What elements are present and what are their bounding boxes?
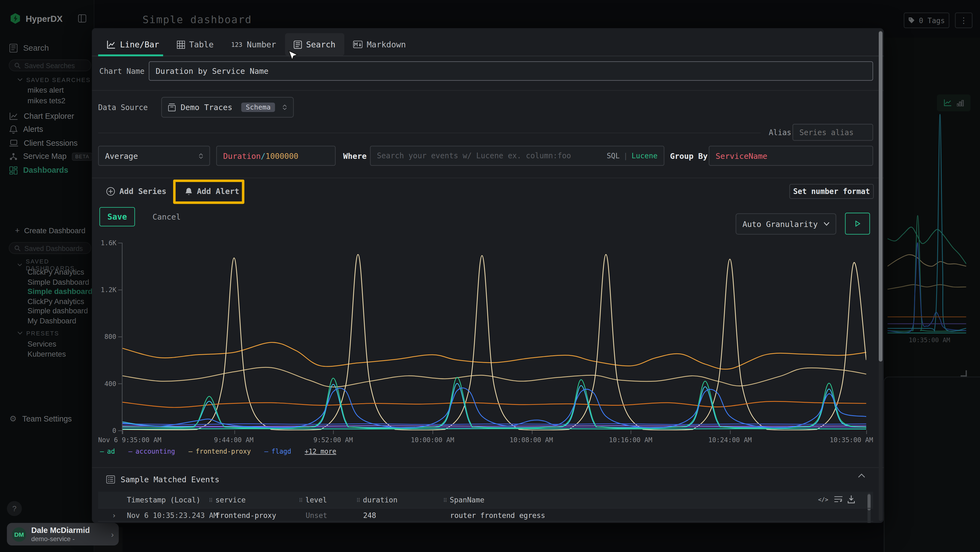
y-axis-tick (118, 431, 122, 431)
chevron-right-icon: › (111, 530, 114, 539)
x-axis-tick (866, 431, 867, 434)
y-tick-label: 1.6K (101, 239, 116, 247)
drag-handle-icon[interactable]: ⠿ (209, 497, 213, 504)
col-duration[interactable]: ⠿duration (356, 495, 398, 504)
y-tick-label: 0 (101, 427, 116, 434)
sample-events-header[interactable]: Sample Matched Events (106, 475, 220, 484)
cell-service: frontend-proxy (216, 511, 276, 520)
events-list-icon (106, 475, 115, 483)
x-axis-tick (730, 431, 730, 434)
col-timestamp[interactable]: Timestamp (Local) (127, 495, 200, 504)
table-header-row: Timestamp (Local) ⠿service ⠿level ⠿durat… (98, 492, 873, 508)
legend-item[interactable]: —frontend-proxy (188, 447, 251, 455)
cell-duration: 248 (363, 511, 376, 520)
legend-dash: — (100, 447, 104, 455)
chart-area: 1.6K 1.2K 800 400 0 Nov 6 9:35:00 AM 9:4… (92, 28, 884, 466)
download-icon[interactable] (848, 495, 855, 504)
x-tick-label: 10:00:00 AM (411, 436, 454, 444)
events-table: Timestamp (Local) ⠿service ⠿level ⠿durat… (98, 492, 873, 523)
x-tick-label: 10:08:00 AM (510, 436, 553, 444)
legend-dash: — (188, 447, 192, 455)
chart-editor-modal: Line/Bar Table 123 Number Search (92, 28, 884, 523)
col-spanname[interactable]: ⠿SpanName (443, 495, 484, 504)
user-subtitle: demo-service - (31, 535, 90, 542)
drag-handle-icon[interactable]: ⠿ (443, 497, 447, 504)
y-tick-label: 800 (101, 333, 116, 340)
legend-item[interactable]: —accounting (129, 447, 175, 455)
y-axis-tick (118, 290, 122, 290)
user-card[interactable]: DM Dale McDiarmid demo-service - › (7, 523, 119, 546)
x-tick-label: 10:35:00 AM (830, 436, 873, 444)
cell-level: Unset (306, 511, 327, 520)
mouse-cursor (288, 50, 299, 63)
x-tick-label: 10:16:00 AM (609, 436, 652, 444)
chart-legend: —ad —accounting —frontend-proxy —flagd +… (100, 446, 345, 455)
x-axis-tick (531, 431, 532, 434)
section-divider (92, 467, 884, 468)
y-axis-tick (118, 243, 122, 243)
y-tick-label: 400 (101, 380, 116, 388)
x-axis-tick (631, 431, 631, 434)
cell-timestamp: Nov 6 10:35:23.243 AM (127, 511, 218, 520)
avatar: DM (12, 527, 26, 541)
x-tick-label: 10:24:00 AM (708, 436, 752, 444)
x-axis-tick (123, 431, 123, 434)
modal-scrollbar[interactable] (879, 30, 883, 521)
duration-line-chart (123, 243, 866, 431)
row-expander-icon[interactable]: › (112, 511, 116, 520)
legend-dash: — (264, 447, 269, 455)
drag-handle-icon[interactable]: ⠿ (299, 497, 303, 504)
x-tick-label: 9:44:00 AM (214, 436, 253, 444)
collapse-section-icon[interactable] (858, 474, 865, 478)
table-row[interactable]: › Nov 6 10:35:23.243 AM frontend-proxy U… (98, 508, 873, 522)
table-row[interactable]: › Nov 6 10:35:23.243 AM frontend-proxy U… (98, 521, 873, 523)
x-axis-tick (432, 431, 433, 434)
col-service[interactable]: ⠿service (209, 495, 246, 504)
legend-more-link[interactable]: +12 more (305, 447, 336, 455)
wrap-lines-icon[interactable] (834, 496, 843, 503)
y-axis-tick (118, 337, 122, 337)
x-tick-label: 9:52:00 AM (313, 436, 353, 444)
legend-item[interactable]: —flagd (264, 447, 291, 455)
x-axis-tick (333, 431, 334, 434)
legend-item[interactable]: —ad (100, 447, 115, 455)
view-code-icon[interactable]: </> (818, 497, 828, 503)
col-level[interactable]: ⠿level (299, 495, 327, 504)
x-tick-label: Nov 6 9:35:00 AM (98, 436, 161, 444)
y-axis-tick (118, 383, 122, 384)
user-name: Dale McDiarmid (31, 526, 90, 535)
x-axis-tick (234, 431, 235, 434)
cell-spanname: router frontend egress (450, 511, 545, 520)
hyperdx-app: Simple dashboard 0 Tags ⋮ ↻ 10: (0, 0, 980, 552)
drag-handle-icon[interactable]: ⠿ (356, 497, 360, 504)
legend-dash: — (129, 447, 132, 455)
y-tick-label: 1.2K (101, 286, 116, 294)
